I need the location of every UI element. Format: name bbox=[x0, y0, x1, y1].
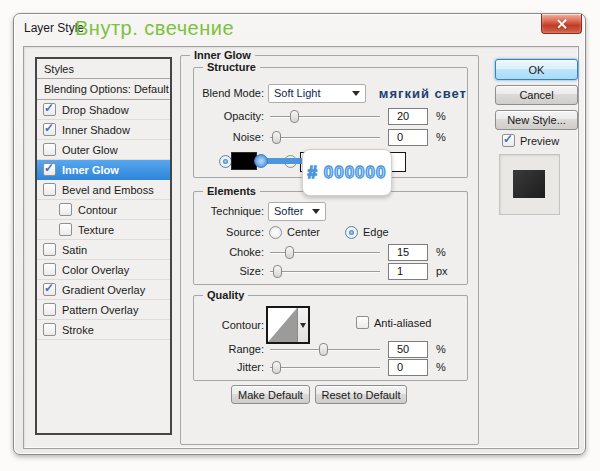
sidebar-item-label: Pattern Overlay bbox=[62, 304, 138, 316]
styles-list: Styles Blending Options: Default Drop Sh… bbox=[35, 57, 172, 435]
chevron-down-icon bbox=[312, 209, 320, 214]
contour-dropdown-button[interactable] bbox=[297, 308, 308, 342]
new-style-button[interactable]: New Style... bbox=[495, 110, 578, 130]
sidebar-item-pattern-overlay[interactable]: Pattern Overlay bbox=[37, 300, 170, 320]
sidebar-item-inner-shadow[interactable]: Inner Shadow bbox=[37, 120, 170, 140]
preview-label: Preview bbox=[520, 135, 559, 147]
blend-mode-row: Blend Mode: Soft Light мягкий свет bbox=[194, 83, 467, 103]
size-slider[interactable] bbox=[270, 264, 380, 279]
sidebar-item-stroke[interactable]: Stroke bbox=[37, 320, 170, 340]
size-input[interactable]: 1 bbox=[388, 263, 428, 280]
sidebar-item-texture[interactable]: Texture bbox=[37, 220, 170, 240]
opacity-input[interactable]: 20 bbox=[388, 108, 428, 125]
structure-legend: Structure bbox=[203, 61, 260, 73]
gradient-overlay-checkbox[interactable] bbox=[43, 283, 56, 296]
choke-slider-thumb[interactable] bbox=[285, 246, 294, 259]
ok-button[interactable]: OK bbox=[495, 59, 578, 80]
contour-thumbnail bbox=[268, 308, 297, 342]
size-label: Size: bbox=[194, 265, 264, 277]
noise-unit: % bbox=[436, 131, 446, 143]
callout-connector-line bbox=[264, 158, 306, 164]
size-row: Size: 1 px bbox=[194, 261, 467, 281]
sidebar-item-label: Stroke bbox=[62, 324, 94, 336]
source-label: Source: bbox=[194, 226, 264, 238]
opacity-row: Opacity: 20 % bbox=[194, 106, 467, 126]
sidebar-item-bevel-and-emboss[interactable]: Bevel and Emboss bbox=[37, 180, 170, 200]
sidebar-item-label: Drop Shadow bbox=[62, 104, 129, 116]
satin-checkbox[interactable] bbox=[43, 243, 56, 256]
size-slider-thumb[interactable] bbox=[273, 265, 282, 278]
bevel-emboss-checkbox[interactable] bbox=[43, 183, 56, 196]
source-center-radio[interactable] bbox=[269, 226, 282, 239]
choke-input[interactable]: 15 bbox=[388, 244, 428, 261]
sidebar-item-color-overlay[interactable]: Color Overlay bbox=[37, 260, 170, 280]
sidebar-item-contour[interactable]: Contour bbox=[37, 200, 170, 220]
reset-to-default-button[interactable]: Reset to Default bbox=[315, 385, 407, 404]
cancel-button[interactable]: Cancel bbox=[495, 85, 578, 105]
sidebar-item-label: Bevel and Emboss bbox=[62, 184, 154, 196]
elements-legend: Elements bbox=[203, 185, 260, 197]
jitter-slider[interactable] bbox=[270, 360, 380, 375]
anti-aliased-checkbox[interactable] bbox=[356, 316, 369, 329]
color-hex-value: # 000000 bbox=[308, 163, 387, 183]
opacity-unit: % bbox=[436, 110, 446, 122]
noise-input[interactable]: 0 bbox=[388, 129, 428, 146]
contour-checkbox[interactable] bbox=[59, 203, 72, 216]
callout-connector-dot bbox=[254, 154, 268, 168]
color-overlay-checkbox[interactable] bbox=[43, 263, 56, 276]
titlebar[interactable]: Layer Style Внутр. свечение bbox=[14, 14, 585, 41]
preview-toggle[interactable]: Preview bbox=[502, 134, 559, 147]
technique-value: Softer bbox=[274, 205, 303, 217]
sidebar-item-outer-glow[interactable]: Outer Glow bbox=[37, 140, 170, 160]
size-unit: px bbox=[436, 265, 448, 277]
inner-glow-checkbox[interactable] bbox=[43, 163, 56, 176]
noise-label: Noise: bbox=[194, 131, 264, 143]
sidebar-item-gradient-overlay[interactable]: Gradient Overlay bbox=[37, 280, 170, 300]
anti-aliased-label: Anti-aliased bbox=[374, 317, 431, 329]
range-row: Range: 50 % bbox=[194, 339, 467, 359]
jitter-input[interactable]: 0 bbox=[388, 359, 428, 376]
sidebar-item-label: Contour bbox=[78, 204, 117, 216]
source-center-label: Center bbox=[287, 226, 320, 238]
sidebar-header-styles[interactable]: Styles bbox=[37, 59, 170, 79]
jitter-unit: % bbox=[436, 361, 446, 373]
color-hex-callout: # 000000 bbox=[302, 149, 392, 196]
opacity-slider[interactable] bbox=[270, 109, 380, 124]
inner-shadow-checkbox[interactable] bbox=[43, 123, 56, 136]
noise-slider[interactable] bbox=[270, 130, 380, 145]
sidebar-item-inner-glow[interactable]: Inner Glow bbox=[37, 160, 170, 180]
choke-unit: % bbox=[436, 246, 446, 258]
texture-checkbox[interactable] bbox=[59, 223, 72, 236]
preview-checkbox[interactable] bbox=[502, 134, 515, 147]
close-button[interactable] bbox=[541, 14, 582, 34]
technique-dropdown[interactable]: Softer bbox=[268, 202, 326, 221]
noise-row: Noise: 0 % bbox=[194, 127, 467, 147]
sidebar-item-satin[interactable]: Satin bbox=[37, 240, 170, 260]
range-input[interactable]: 50 bbox=[388, 341, 428, 358]
range-slider-thumb[interactable] bbox=[319, 343, 328, 356]
sidebar-item-blending-options[interactable]: Blending Options: Default bbox=[37, 79, 170, 100]
make-default-button[interactable]: Make Default bbox=[231, 385, 310, 404]
range-label: Range: bbox=[194, 343, 264, 355]
opacity-slider-thumb[interactable] bbox=[290, 110, 299, 123]
choke-slider[interactable] bbox=[270, 245, 380, 260]
jitter-slider-thumb[interactable] bbox=[272, 361, 281, 374]
sidebar-item-drop-shadow[interactable]: Drop Shadow bbox=[37, 100, 170, 120]
drop-shadow-checkbox[interactable] bbox=[43, 103, 56, 116]
jitter-label: Jitter: bbox=[194, 361, 264, 373]
range-slider[interactable] bbox=[270, 342, 380, 357]
pattern-overlay-checkbox[interactable] bbox=[43, 303, 56, 316]
stroke-checkbox[interactable] bbox=[43, 323, 56, 336]
style-preview-thumbnail bbox=[513, 170, 545, 198]
noise-slider-thumb[interactable] bbox=[272, 131, 281, 144]
source-edge-radio[interactable] bbox=[345, 226, 358, 239]
source-edge-label: Edge bbox=[363, 226, 389, 238]
blend-mode-value: Soft Light bbox=[274, 87, 320, 99]
technique-row: Technique: Softer bbox=[194, 201, 467, 221]
technique-label: Technique: bbox=[194, 205, 264, 217]
quality-section: Quality Contour: Anti-aliased Range: bbox=[193, 295, 468, 381]
blend-mode-dropdown[interactable]: Soft Light bbox=[268, 84, 366, 103]
close-icon bbox=[557, 19, 567, 29]
title-annotation-russian: Внутр. свечение bbox=[75, 17, 234, 40]
outer-glow-checkbox[interactable] bbox=[43, 143, 56, 156]
